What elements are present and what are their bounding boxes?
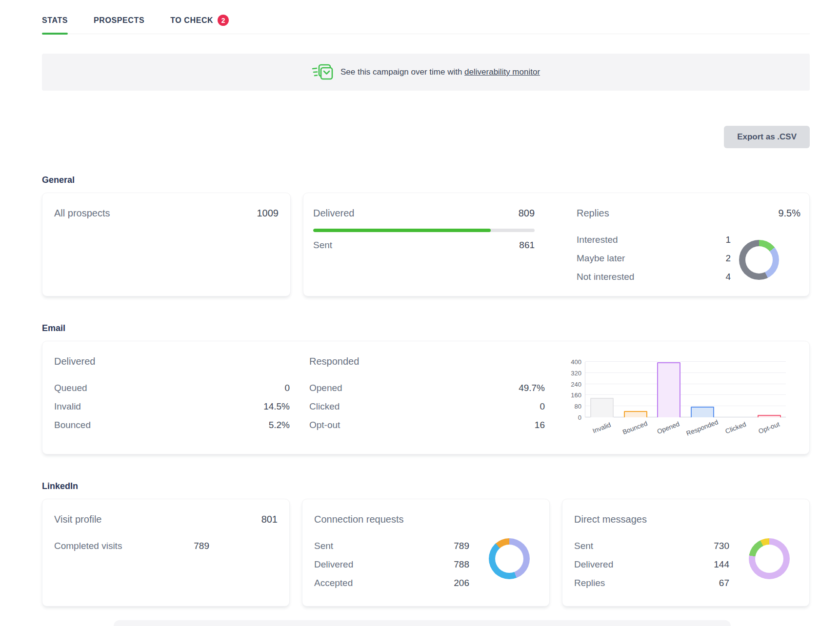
linkedin-stat-row: Delivered 788 bbox=[314, 555, 469, 574]
visit-profile-value: 801 bbox=[261, 514, 278, 525]
linkedin-stat-row: Accepted 206 bbox=[314, 574, 469, 592]
linkedin-row-value: 789 bbox=[194, 541, 209, 551]
linkedin-row-value: 144 bbox=[714, 559, 729, 570]
delivered-block: Delivered 809 Sent 861 bbox=[313, 208, 564, 286]
email-row-value: 49.7% bbox=[519, 383, 545, 393]
direct-messages-donut-chart bbox=[749, 538, 790, 579]
section-heading-general: General bbox=[42, 175, 810, 185]
delivered-progress-bar bbox=[313, 229, 535, 232]
email-delivered-header: Delivered bbox=[54, 356, 290, 367]
replies-block: Replies 9.5% Interested 1 Maybe later 2 bbox=[564, 208, 800, 286]
email-bar-chart-plot: 080160240320400 bbox=[585, 362, 786, 417]
replies-rows: Interested 1 Maybe later 2 Not intereste… bbox=[577, 231, 731, 286]
linkedin-stat-row: Replies 67 bbox=[574, 574, 729, 592]
email-stat-row: Opt-out 16 bbox=[309, 416, 545, 434]
email-row-label: Queued bbox=[54, 383, 87, 393]
reply-row-label: Not interested bbox=[577, 272, 634, 282]
delivered-progress-fill bbox=[313, 229, 491, 232]
export-row: Export as .CSV bbox=[42, 126, 810, 148]
reply-row-label: Interested bbox=[577, 235, 618, 245]
delivered-value: 809 bbox=[519, 208, 535, 219]
mail-send-icon bbox=[312, 63, 333, 81]
email-stat-row: Opened 49.7% bbox=[309, 379, 545, 397]
direct-messages-header: Direct messages bbox=[574, 514, 798, 525]
all-prospects-label: All prospects bbox=[54, 208, 110, 219]
deliverability-banner: See this campaign over time with deliver… bbox=[42, 54, 810, 91]
campaign-stats-page: STATS PROSPECTS TO CHECK 2 See this camp… bbox=[0, 0, 840, 606]
linkedin-row-label: Completed visits bbox=[54, 541, 122, 551]
email-responded-block: Responded Opened 49.7% Clicked 0 Opt- bbox=[309, 356, 545, 444]
email-bar-chart: 080160240320400 InvalidBouncedOpenedResp… bbox=[564, 356, 799, 442]
email-stat-row: Clicked 0 bbox=[309, 397, 545, 416]
email-card: Delivered Queued 0 Invalid 14.5% Boun bbox=[42, 341, 810, 454]
email-row-value: 16 bbox=[535, 420, 545, 430]
visit-profile-label: Visit profile bbox=[54, 514, 101, 525]
email-delivered-block: Delivered Queued 0 Invalid 14.5% Boun bbox=[54, 356, 290, 444]
banner-text-before: See this campaign over time with bbox=[340, 67, 464, 77]
replies-donut-chart bbox=[739, 240, 779, 280]
linkedin-stat-row: Completed visits 789 bbox=[54, 537, 209, 555]
active-tab-indicator bbox=[42, 33, 68, 35]
email-responded-header: Responded bbox=[309, 356, 545, 367]
email-row-label: Opt-out bbox=[309, 420, 340, 430]
delivered-replies-card: Delivered 809 Sent 861 Replies 9.5% bbox=[303, 193, 810, 296]
banner-text: See this campaign over time with deliver… bbox=[340, 67, 540, 77]
linkedin-cards-row: Visit profile 801 Completed visits 789 C… bbox=[42, 499, 810, 606]
reply-row-label: Maybe later bbox=[577, 253, 625, 264]
replies-label: Replies bbox=[577, 208, 609, 219]
reply-row-value: 1 bbox=[725, 235, 731, 245]
sent-label: Sent bbox=[313, 240, 332, 251]
linkedin-row-label: Sent bbox=[574, 541, 593, 551]
tab-to-check[interactable]: TO CHECK 2 bbox=[170, 15, 229, 34]
visit-profile-header: Visit profile 801 bbox=[54, 514, 278, 525]
all-prospects-value: 1009 bbox=[257, 208, 279, 219]
replies-rate-value: 9.5% bbox=[778, 208, 800, 219]
replies-header-row: Replies 9.5% bbox=[577, 208, 800, 219]
email-bar-chart-xlabels: InvalidBouncedOpenedRespondedClickedOpt-… bbox=[585, 424, 786, 431]
visit-profile-rows: Completed visits 789 bbox=[54, 537, 209, 555]
email-responded-rows: Opened 49.7% Clicked 0 Opt-out 16 bbox=[309, 379, 545, 434]
connection-requests-rows: Sent 789 Delivered 788 Accepted 206 bbox=[314, 537, 469, 592]
email-row-label: Opened bbox=[309, 383, 342, 393]
connection-requests-donut-chart bbox=[489, 538, 530, 579]
linkedin-row-value: 730 bbox=[714, 541, 729, 551]
linkedin-row-value: 788 bbox=[454, 559, 469, 570]
email-row-label: Clicked bbox=[309, 401, 340, 412]
linkedin-row-label: Accepted bbox=[314, 578, 353, 588]
linkedin-row-label: Delivered bbox=[314, 559, 353, 570]
linkedin-row-label: Sent bbox=[314, 541, 333, 551]
next-section-peek bbox=[114, 620, 731, 626]
email-row-value: 14.5% bbox=[263, 401, 290, 412]
section-heading-email: Email bbox=[42, 323, 810, 333]
linkedin-stat-row: Sent 789 bbox=[314, 537, 469, 555]
email-responded-label: Responded bbox=[309, 356, 359, 367]
linkedin-row-value: 206 bbox=[454, 578, 469, 588]
connection-requests-card: Connection requests Sent 789 Delivered 7… bbox=[302, 499, 550, 606]
sent-value: 861 bbox=[519, 240, 535, 251]
email-row-value: 0 bbox=[284, 383, 290, 393]
section-heading-linkedin: LinkedIn bbox=[42, 481, 810, 491]
linkedin-stat-row: Sent 730 bbox=[574, 537, 729, 555]
all-prospects-row: All prospects 1009 bbox=[54, 208, 279, 219]
connection-requests-header: Connection requests bbox=[314, 514, 538, 525]
tab-prospects-label: PROSPECTS bbox=[94, 16, 144, 25]
delivered-row: Delivered 809 bbox=[313, 208, 535, 219]
email-stat-row: Queued 0 bbox=[54, 379, 290, 397]
linkedin-row-label: Delivered bbox=[574, 559, 613, 570]
email-row-value: 5.2% bbox=[269, 420, 290, 430]
reply-stat-row: Maybe later 2 bbox=[577, 249, 731, 268]
general-cards-row: All prospects 1009 Delivered 809 Sent 86… bbox=[42, 193, 810, 296]
direct-messages-rows: Sent 730 Delivered 144 Replies 67 bbox=[574, 537, 729, 592]
all-prospects-card: All prospects 1009 bbox=[42, 193, 291, 296]
email-row-value: 0 bbox=[540, 401, 545, 412]
email-delivered-rows: Queued 0 Invalid 14.5% Bounced 5.2% bbox=[54, 379, 290, 434]
tab-prospects[interactable]: PROSPECTS bbox=[94, 15, 144, 34]
tab-to-check-label: TO CHECK bbox=[170, 16, 213, 25]
tab-stats[interactable]: STATS bbox=[42, 15, 68, 34]
direct-messages-card: Direct messages Sent 730 Delivered 144 bbox=[562, 499, 810, 606]
connection-requests-label: Connection requests bbox=[314, 514, 403, 525]
reply-stat-row: Not interested 4 bbox=[577, 268, 731, 286]
export-csv-button[interactable]: Export as .CSV bbox=[724, 126, 810, 148]
direct-messages-label: Direct messages bbox=[574, 514, 647, 525]
deliverability-monitor-link[interactable]: deliverability monitor bbox=[464, 67, 540, 77]
